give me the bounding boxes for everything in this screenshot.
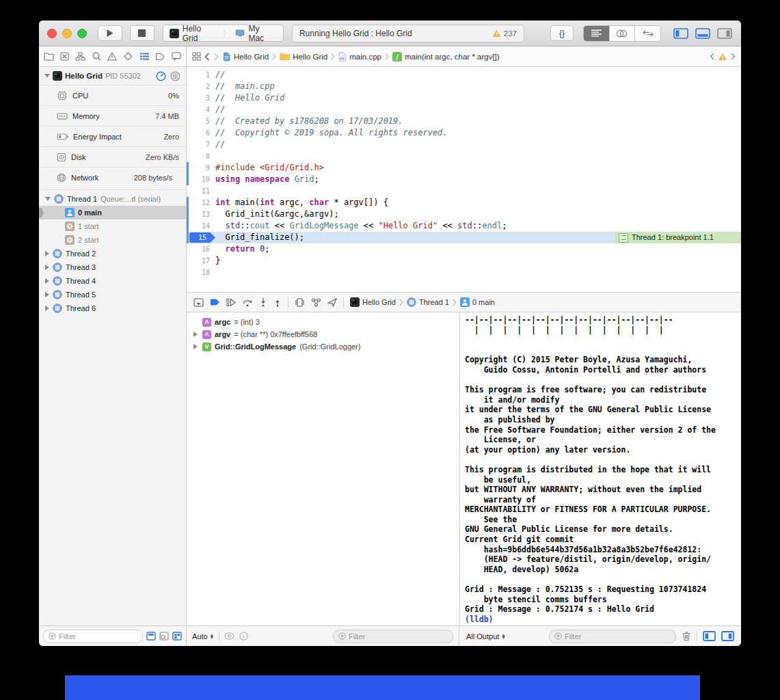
close-window-button[interactable] bbox=[47, 29, 57, 38]
variable-row[interactable]: Aargc = (int) 3 bbox=[187, 316, 459, 328]
thread-row[interactable]: Thread 3 bbox=[39, 260, 186, 274]
code-line[interactable]: 7// bbox=[187, 139, 741, 150]
thread-row[interactable]: Thread 2 bbox=[39, 247, 186, 260]
breakpoint-annotation[interactable]: Thread 1: breakpoint 1.1 bbox=[615, 232, 741, 243]
thread-row[interactable]: Thread 4 bbox=[39, 274, 186, 288]
source-editor[interactable]: 1//2// main.cpp3// Hello Grid4//5// Crea… bbox=[187, 67, 741, 292]
code-line[interactable]: 1// bbox=[187, 69, 741, 81]
code-line[interactable]: 14 std::cout << GridLogMessage << "Hello… bbox=[187, 220, 741, 232]
console-output[interactable]: --|--|--|--|--|--|--|--|--|--|--|--|--|-… bbox=[459, 312, 741, 625]
code-line[interactable]: 8 bbox=[187, 150, 741, 162]
code-line[interactable]: 17} bbox=[187, 255, 741, 267]
step-into-button[interactable] bbox=[259, 298, 267, 307]
back-button[interactable] bbox=[204, 53, 210, 61]
code-line[interactable]: 5// Created by s1786208 on 17/03/2019. bbox=[187, 116, 741, 127]
clear-console-trash-button[interactable] bbox=[682, 631, 691, 641]
disclosure-triangle[interactable] bbox=[45, 292, 49, 297]
next-issue-button[interactable] bbox=[731, 53, 736, 60]
quicklook-eye-button[interactable] bbox=[224, 632, 234, 640]
library-button[interactable]: {} bbox=[550, 25, 574, 41]
show-variables-view-toggle[interactable] bbox=[703, 631, 716, 641]
stack-frame-row[interactable]: 2 start bbox=[39, 233, 186, 247]
navigator-tab-breakpoint[interactable] bbox=[154, 53, 166, 61]
filter-running-threads-button[interactable] bbox=[146, 632, 156, 641]
navigator-tab-source-control[interactable] bbox=[58, 52, 70, 61]
code-line[interactable]: 4// bbox=[187, 104, 741, 116]
debugbar-crumb[interactable]: Thread 1 bbox=[407, 297, 449, 307]
disclosure-triangle[interactable] bbox=[193, 344, 198, 349]
info-button[interactable] bbox=[239, 632, 248, 641]
disclosure-triangle[interactable] bbox=[193, 332, 198, 337]
navigator-tab-debug[interactable] bbox=[138, 52, 150, 61]
jumpbar-crumb[interactable]: fmain(int argc, char * argv[]) bbox=[392, 52, 500, 62]
debugbar-crumb[interactable]: 0 main bbox=[460, 297, 495, 307]
disclosure-triangle[interactable] bbox=[45, 197, 51, 201]
stack-frame-row[interactable]: 1 start bbox=[39, 219, 186, 233]
variable-row[interactable]: VGrid::GridLogMessage (Grid::GridLogger) bbox=[187, 340, 459, 353]
standard-editor-button[interactable] bbox=[584, 26, 610, 41]
disclosure-triangle[interactable] bbox=[45, 278, 49, 284]
navigator-tab-test[interactable] bbox=[122, 52, 135, 61]
debugbar-crumb[interactable]: Hello Grid bbox=[350, 297, 396, 307]
scheme-selector[interactable]: Hello Grid 〉 My Mac bbox=[163, 25, 284, 42]
variables-view[interactable]: Aargc = (int) 3Aargv = (char **) 0x7ffee… bbox=[187, 312, 459, 625]
continue-button[interactable] bbox=[226, 298, 236, 307]
console-scope-popup[interactable]: All Output ▲▼ bbox=[466, 632, 506, 641]
thread-row[interactable]: Thread 5 bbox=[39, 288, 186, 301]
code-line[interactable]: 15 Grid_finalize();Thread 1: breakpoint … bbox=[187, 232, 741, 243]
assistant-editor-button[interactable] bbox=[610, 26, 636, 41]
memory-graph-button[interactable] bbox=[311, 298, 321, 307]
variables-filter-field[interactable]: Filter bbox=[333, 630, 453, 643]
gauge-row-memory[interactable]: Memory7.4 MB bbox=[39, 105, 186, 126]
stack-frame-row[interactable]: 0 main bbox=[39, 206, 186, 219]
variable-row[interactable]: Aargv = (char **) 0x7ffeefbff568 bbox=[187, 328, 459, 340]
breakpoint-badge[interactable]: 15 bbox=[187, 232, 215, 243]
variables-scope-popup[interactable]: Auto ▲▼ bbox=[192, 632, 214, 641]
navigator-tab-symbol[interactable] bbox=[75, 52, 87, 61]
debug-panel-toggle[interactable] bbox=[695, 28, 710, 39]
disclosure-triangle[interactable] bbox=[45, 306, 49, 311]
minimize-window-button[interactable] bbox=[62, 29, 72, 38]
navigator-tab-report[interactable] bbox=[170, 52, 183, 61]
code-line[interactable]: 9#include <Grid/Grid.h> bbox=[187, 162, 741, 174]
simulate-location-button[interactable] bbox=[327, 298, 337, 307]
code-line[interactable]: 11 bbox=[187, 185, 741, 197]
gauge-row-network[interactable]: Network208 bytes/s bbox=[39, 167, 186, 187]
hide-debug-area-button[interactable] bbox=[193, 298, 204, 307]
zoom-window-button[interactable] bbox=[77, 29, 87, 38]
inspector-panel-toggle[interactable] bbox=[717, 28, 732, 39]
step-out-button[interactable] bbox=[273, 298, 282, 307]
code-line[interactable]: 16 return 0; bbox=[187, 243, 741, 255]
filter-view-mode-button[interactable] bbox=[159, 632, 169, 641]
jumpbar-crumb[interactable]: c+main.cpp bbox=[338, 52, 381, 62]
code-line[interactable]: 6// Copyright © 2019 sopa. All rights re… bbox=[187, 127, 741, 139]
navigator-tab-project[interactable] bbox=[42, 52, 55, 61]
version-editor-button[interactable] bbox=[635, 26, 660, 41]
run-button[interactable] bbox=[98, 25, 122, 41]
disclosure-triangle[interactable] bbox=[45, 265, 49, 270]
show-console-view-toggle[interactable] bbox=[721, 631, 734, 641]
disclosure-triangle[interactable] bbox=[44, 74, 50, 78]
forward-button[interactable] bbox=[213, 53, 219, 61]
code-line[interactable]: 3// Hello Grid bbox=[187, 92, 741, 104]
stack-frames-icon[interactable] bbox=[170, 71, 180, 81]
code-line[interactable]: 10using namespace Grid; bbox=[187, 174, 741, 185]
view-hierarchy-button[interactable] bbox=[295, 298, 305, 307]
navigator-filter-field[interactable]: Filter bbox=[43, 630, 143, 643]
gauge-row-energy-impact[interactable]: Energy ImpactZero bbox=[39, 126, 186, 146]
disclosure-triangle[interactable] bbox=[45, 251, 49, 256]
code-line[interactable]: 2// main.cpp bbox=[187, 81, 741, 92]
thread-row[interactable]: Thread 6 bbox=[39, 301, 186, 315]
previous-issue-button[interactable] bbox=[710, 53, 714, 60]
code-line[interactable]: 12int main(int argc, char * argv[]) { bbox=[187, 197, 741, 208]
debug-gauge-icon[interactable] bbox=[156, 71, 166, 81]
navigator-panel-toggle[interactable] bbox=[673, 28, 688, 39]
activity-viewer[interactable]: Running Hello Grid : Hello Grid 237 bbox=[292, 25, 524, 42]
jumpbar-crumb[interactable]: Hello Grid bbox=[222, 52, 269, 62]
navigator-tab-find[interactable] bbox=[90, 52, 103, 61]
filter-grouping-button[interactable] bbox=[172, 632, 182, 641]
issue-warning-icon[interactable] bbox=[718, 53, 727, 61]
gauge-row-disk[interactable]: DiskZero KB/s bbox=[39, 146, 186, 167]
navigator-tab-issue[interactable] bbox=[106, 52, 118, 61]
breakpoints-toggle-button[interactable] bbox=[210, 298, 220, 306]
